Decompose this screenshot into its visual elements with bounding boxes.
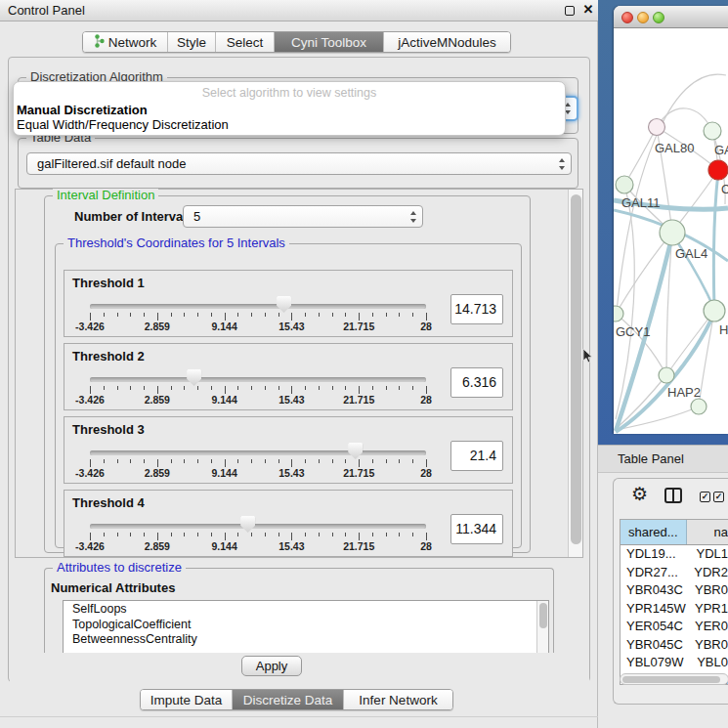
cell-name[interactable]: YPR1 [689, 600, 728, 619]
table-row[interactable]: YBR045CYBR0 [621, 636, 728, 655]
network-node-gal4[interactable] [660, 220, 685, 245]
tab-label: Network [108, 35, 157, 50]
checkbox-icon[interactable]: ✓ [700, 492, 710, 502]
list-scrollbar[interactable] [536, 601, 548, 654]
tab-select[interactable]: Select [215, 32, 274, 52]
table-data-group: Table Data galFiltered.sif default node [18, 138, 578, 189]
cell-shared-name[interactable]: YER054C [621, 618, 689, 636]
cell-shared-name[interactable]: YPR145W [621, 600, 689, 619]
stepper-arrows-icon [565, 103, 572, 114]
checkbox-icon[interactable]: ✓ [713, 492, 724, 502]
application-window: Control Panel ✕ NetworkStyleSelectCyni T… [0, 0, 728, 728]
slider-track[interactable] [90, 450, 426, 455]
cell-shared-name[interactable]: YDR27... [621, 564, 688, 582]
close-traffic-light[interactable] [621, 12, 633, 23]
cell-name[interactable]: YDR2 [688, 564, 728, 582]
network-desktop: GAL80GACGAL11GAL4GCY1HHAP2 [598, 0, 728, 445]
cell-shared-name[interactable]: YBR045C [621, 636, 689, 655]
network-node-h[interactable] [704, 300, 725, 321]
dropdown-option-manual-discretization[interactable]: Manual Discretization [17, 103, 148, 117]
table-panel-header: Table Panel [598, 445, 728, 473]
number-of-intervals-combobox[interactable]: 5 [183, 205, 423, 228]
column-header-name[interactable]: na [687, 520, 728, 544]
scrollbar-thumb[interactable] [622, 676, 720, 683]
gear-icon[interactable]: ⚙ [631, 484, 648, 505]
control-panel: Control Panel ✕ NetworkStyleSelectCyni T… [0, 0, 598, 728]
stepper-arrows-icon [410, 211, 417, 223]
table-row[interactable]: YPR145WYPR1 [621, 600, 728, 619]
table-row[interactable]: YER054CYER0 [621, 618, 728, 636]
table-row[interactable]: YBR043CYBR0 [621, 581, 728, 600]
table-data-combobox[interactable]: galFiltered.sif default node [26, 152, 572, 175]
minimize-traffic-light[interactable] [637, 12, 649, 23]
tab-style[interactable]: Style [167, 32, 215, 52]
node-label: HAP2 [667, 385, 701, 400]
slider-track[interactable] [90, 377, 426, 382]
network-window-titlebar[interactable] [614, 6, 728, 28]
close-icon[interactable]: ✕ [580, 2, 596, 17]
network-node-c[interactable] [708, 160, 728, 180]
slider-thumb[interactable] [187, 369, 201, 386]
horizontal-scrollbar[interactable] [620, 673, 728, 685]
tab-impute-data[interactable]: Impute Data [141, 690, 232, 709]
stepper-arrows-icon [559, 158, 566, 170]
node-label: GCY1 [616, 324, 650, 339]
tab-discretize-data[interactable]: Discretize Data [232, 690, 343, 709]
dropdown-option-equal-width-frequency[interactable]: Equal Width/Frequency Discretization [17, 117, 229, 132]
threshold-value-field[interactable]: 21.4 [450, 441, 503, 471]
column-header-shared-name[interactable]: shared... [621, 520, 687, 544]
numerical-attributes-list[interactable]: SelfLoopsTopologicalCoefficientBetweenne… [63, 600, 549, 655]
table-data-value: galFiltered.sif default node [37, 153, 186, 175]
columns-icon[interactable] [664, 488, 682, 503]
apply-button[interactable]: Apply [241, 656, 302, 676]
cell-name[interactable]: YBR0 [689, 636, 728, 655]
threshold-label: Threshold 2 [72, 349, 145, 364]
cell-name[interactable]: YER0 [689, 618, 728, 636]
table-row[interactable]: YDL19...YDL1 [621, 545, 728, 564]
network-node-gcy1[interactable] [614, 306, 623, 321]
network-node-gal80[interactable] [649, 119, 665, 136]
node-table[interactable]: shared... na YDL19...YDL1YDR27...YDR2YBR… [620, 519, 728, 685]
zoom-traffic-light[interactable] [653, 12, 664, 23]
network-node-gal11[interactable] [616, 176, 633, 193]
tab-label: Style [177, 35, 206, 50]
cell-shared-name[interactable]: YBL079W [621, 654, 691, 672]
slider-thumb[interactable] [240, 516, 255, 533]
network-canvas[interactable]: GAL80GACGAL11GAL4GCY1HHAP2 [614, 28, 728, 434]
threshold-label: Threshold 3 [72, 422, 145, 437]
cell-name[interactable]: YBL0 [691, 654, 728, 672]
threshold-value-field[interactable]: 14.713 [450, 294, 503, 324]
thresholds-legend: Threshold's Coordinates for 5 Intervals [64, 236, 289, 250]
table-row[interactable]: YDR27...YDR2 [621, 564, 728, 582]
slider-track[interactable] [90, 524, 426, 529]
number-of-intervals-label: Number of Intervals [74, 209, 193, 224]
scrollbar-thumb[interactable] [539, 603, 547, 628]
attribute-list-item[interactable]: BetweennessCentrality [64, 631, 548, 647]
cell-shared-name[interactable]: YDL19... [621, 545, 690, 564]
attributes-group: Attributes to discretize Numerical Attri… [44, 568, 554, 658]
threshold-value-field[interactable]: 11.344 [450, 514, 503, 544]
tab-infer-network[interactable]: Infer Network [343, 690, 452, 709]
attributes-legend: Attributes to discretize [53, 561, 186, 575]
cell-shared-name[interactable]: YBR043C [621, 581, 689, 600]
slider-ticks [90, 459, 426, 467]
cell-name[interactable]: YDL1 [690, 545, 728, 564]
network-node-hap2[interactable] [659, 367, 674, 383]
tab-network[interactable]: Network [83, 32, 167, 52]
threshold-value-field[interactable]: 6.316 [450, 367, 503, 398]
table-row[interactable]: YBL079WYBL0 [621, 654, 728, 672]
slider-tick-labels: -3.4262.8599.14415.4321.71528 [90, 540, 426, 552]
network-node-ga[interactable] [704, 122, 721, 140]
network-node[interactable] [691, 399, 707, 414]
slider-track[interactable] [90, 304, 426, 309]
tab-cyni-toolbox[interactable]: Cyni Toolbox [274, 32, 383, 52]
attribute-list-item[interactable]: TopologicalCoefficient [64, 617, 548, 632]
cell-name[interactable]: YBR0 [689, 581, 728, 600]
slider-thumb[interactable] [348, 443, 363, 459]
float-window-icon[interactable] [565, 6, 575, 16]
slider-thumb[interactable] [277, 296, 291, 313]
scrollbar-thumb[interactable] [571, 194, 581, 544]
tab-jactivemnodules[interactable]: jActiveMNodules [383, 32, 510, 52]
attribute-list-item[interactable]: SelfLoops [64, 601, 548, 617]
vertical-scrollbar[interactable] [568, 190, 582, 557]
